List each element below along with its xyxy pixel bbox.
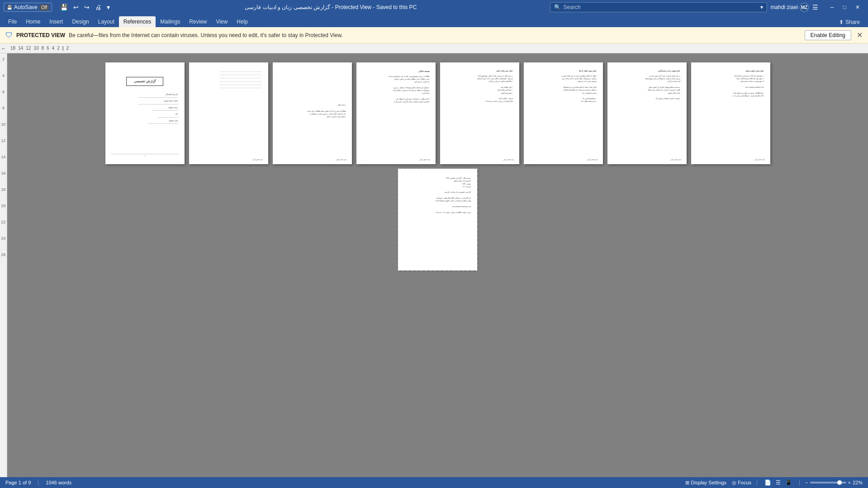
tab-references[interactable]: References bbox=[119, 16, 156, 27]
tab-home[interactable]: Home bbox=[21, 16, 45, 27]
protected-view-close-button[interactable]: ✕ bbox=[857, 31, 863, 39]
document-page-2[interactable]: ........................................… bbox=[189, 62, 268, 164]
document-canvas[interactable]: گزارش تخصصی نام و نام خانوادگی: شماره دا… bbox=[7, 53, 868, 477]
zoom-area: − + 22% bbox=[805, 480, 863, 485]
web-layout-view-button[interactable]: ☰ bbox=[774, 479, 783, 487]
print-icon[interactable]: 🖨 bbox=[93, 3, 103, 12]
ribbon-display-icon[interactable]: ☰ bbox=[812, 4, 818, 11]
page-8-footer: سید جعفر آرانی bbox=[754, 159, 765, 161]
page-1-content: گزارش تخصصی نام و نام خانوادگی: شماره دا… bbox=[105, 62, 185, 164]
document-page-1[interactable]: گزارش تخصصی نام و نام خانوادگی: شماره دا… bbox=[105, 62, 185, 164]
page-row-2: بسمه تعالی - گزارش تخصصی ۱۳۹۹ نام نویسند… bbox=[398, 169, 477, 270]
status-separator-2 bbox=[757, 479, 757, 486]
tab-view[interactable]: View bbox=[212, 16, 232, 27]
zoom-level: 22% bbox=[853, 480, 863, 485]
zoom-in-button[interactable]: + bbox=[848, 480, 851, 485]
protected-view-message: Be careful—files from the Internet can c… bbox=[69, 32, 801, 38]
document-page-6[interactable]: فصل سوم: تحلیل داده‌ها تحلیل داده‌های جم… bbox=[524, 62, 603, 164]
focus-icon: ◎ bbox=[732, 480, 736, 486]
autosave-icon: 💾 bbox=[7, 5, 12, 10]
view-buttons: 📄 ☰ 📱 bbox=[763, 479, 794, 487]
page-2-content: ........................................… bbox=[189, 62, 268, 164]
tab-file[interactable]: File bbox=[4, 16, 21, 27]
user-avatar[interactable]: MZ bbox=[800, 3, 809, 12]
main-area: 2 4 6 8 10 12 14 16 18 20 22 24 26 bbox=[0, 53, 868, 477]
document-page-5[interactable]: فصل دوم: مباحث اصلی در این فصل به بررسی … bbox=[440, 62, 519, 164]
window-controls: ─ □ ✕ bbox=[825, 0, 864, 14]
page-7-footer: سید جعفر آرانی bbox=[670, 159, 681, 161]
document-page-7[interactable]: فصل چهارم: بحث و نتیجه‌گیری در این فصل ن… bbox=[607, 62, 687, 164]
share-button[interactable]: ⬆ Share bbox=[835, 17, 864, 27]
search-input[interactable] bbox=[564, 4, 758, 10]
tab-layout[interactable]: Layout bbox=[94, 16, 119, 27]
zoom-out-button[interactable]: − bbox=[805, 480, 808, 485]
ruler-corner-icon[interactable]: ⌐ bbox=[2, 45, 5, 52]
page-indicator: Page 1 of 9 bbox=[5, 480, 31, 485]
page-1-footer: - ١ - bbox=[111, 155, 179, 157]
share-icon: ⬆ bbox=[839, 19, 844, 25]
undo-icon[interactable]: ↩ bbox=[71, 3, 81, 12]
document-page-8[interactable]: فصل پنجم: منابع و مراجع ۱. منبع اول: نام… bbox=[691, 62, 770, 164]
page-6-footer: سید جعفر آرانی bbox=[587, 159, 598, 161]
tab-insert[interactable]: Insert bbox=[45, 16, 67, 27]
autosave-state: Off bbox=[39, 5, 49, 10]
maximize-button[interactable]: □ bbox=[839, 0, 851, 14]
search-box[interactable]: 🔍 ▾ bbox=[550, 2, 767, 12]
tab-mailings[interactable]: Mailings bbox=[156, 16, 185, 27]
status-separator-3 bbox=[799, 479, 800, 486]
user-name: mahdi ziaei bbox=[771, 4, 798, 10]
display-settings-button[interactable]: ⊞ Display Settings bbox=[685, 480, 726, 486]
horizontal-ruler: ⌐ 18 14 12 10 8 6 4 2 | 2 bbox=[0, 43, 868, 53]
page-5-content: فصل دوم: مباحث اصلی در این فصل به بررسی … bbox=[440, 62, 519, 164]
page-7-content: فصل چهارم: بحث و نتیجه‌گیری در این فصل ن… bbox=[607, 62, 687, 164]
read-mode-view-button[interactable]: 📱 bbox=[783, 479, 794, 487]
shield-icon: 🛡 bbox=[5, 31, 13, 39]
status-bar: Page 1 of 9 1046 words ⊞ Display Setting… bbox=[0, 477, 868, 488]
page-2-footer: سید جعفر آرانی bbox=[252, 159, 263, 161]
status-separator bbox=[38, 479, 38, 486]
page-3-content: بسمه تعالی لطفاً این فرم را با دقت تکمیل… bbox=[273, 62, 352, 164]
search-dropdown-icon[interactable]: ▾ bbox=[760, 4, 763, 10]
tab-design[interactable]: Design bbox=[67, 16, 93, 27]
autosave-toggle[interactable]: 💾 AutoSave Off bbox=[4, 3, 52, 12]
window-title: گزارش تخصصی زبان و ادبیات فارسی - Protec… bbox=[112, 4, 550, 10]
status-bar-right: ⊞ Display Settings ◎ Focus 📄 ☰ 📱 − + 22% bbox=[685, 479, 863, 487]
save-icon[interactable]: 💾 bbox=[58, 3, 70, 12]
redo-icon[interactable]: ↪ bbox=[82, 3, 91, 12]
title-bar-right: 🔍 ▾ mahdi ziaei MZ ☰ ─ □ ✕ bbox=[550, 0, 864, 14]
page-4-content: بسمه تعالی اطلاعات درباره موضوع مورد نظر… bbox=[356, 62, 436, 164]
close-button[interactable]: ✕ bbox=[851, 0, 864, 14]
document-page-4[interactable]: بسمه تعالی اطلاعات درباره موضوع مورد نظر… bbox=[356, 62, 436, 164]
page-3-footer: سید جعفر آرانی bbox=[336, 159, 346, 161]
zoom-thumb[interactable] bbox=[837, 480, 842, 485]
protected-view-bar: 🛡 PROTECTED VIEW Be careful—files from t… bbox=[0, 27, 868, 43]
page-6-content: فصل سوم: تحلیل داده‌ها تحلیل داده‌های جم… bbox=[524, 62, 603, 164]
page-9-content: بسمه تعالی - گزارش تخصصی ۱۳۹۹ نام نویسند… bbox=[398, 169, 477, 270]
title-bar-left: 💾 AutoSave Off 💾 ↩ ↪ 🖨 ▾ bbox=[4, 3, 112, 12]
page-row-1: گزارش تخصصی نام و نام خانوادگی: شماره دا… bbox=[105, 62, 770, 164]
enable-editing-button[interactable]: Enable Editing bbox=[805, 30, 851, 40]
user-info: mahdi ziaei MZ bbox=[771, 3, 809, 12]
minimize-button[interactable]: ─ bbox=[825, 0, 839, 14]
autosave-label: AutoSave bbox=[14, 4, 38, 10]
vertical-ruler: 2 4 6 8 10 12 14 16 18 20 22 24 26 bbox=[0, 53, 7, 477]
zoom-slider[interactable] bbox=[810, 482, 846, 483]
document-page-3[interactable]: بسمه تعالی لطفاً این فرم را با دقت تکمیل… bbox=[273, 62, 352, 164]
print-layout-view-button[interactable]: 📄 bbox=[763, 479, 773, 487]
word-count: 1046 words bbox=[46, 480, 71, 485]
page-8-content: فصل پنجم: منابع و مراجع ۱. منبع اول: نام… bbox=[691, 62, 770, 164]
customize-icon[interactable]: ▾ bbox=[105, 3, 112, 12]
page-5-footer: سید جعفر آرانی bbox=[503, 159, 514, 161]
ruler-numbers: 18 14 12 10 8 6 4 2 | 2 bbox=[10, 46, 69, 51]
tab-help[interactable]: Help bbox=[232, 16, 252, 27]
search-icon: 🔍 bbox=[554, 4, 561, 10]
title-bar: 💾 AutoSave Off 💾 ↩ ↪ 🖨 ▾ گزارش تخصصی زبا… bbox=[0, 0, 868, 14]
display-settings-icon: ⊞ bbox=[685, 480, 689, 486]
ribbon-tabs: File Home Insert Design Layout Reference… bbox=[0, 14, 868, 27]
focus-button[interactable]: ◎ Focus bbox=[732, 480, 751, 486]
page-4-footer: سید جعفر آرانی bbox=[419, 159, 430, 161]
document-page-9[interactable]: بسمه تعالی - گزارش تخصصی ۱۳۹۹ نام نویسند… bbox=[398, 169, 477, 270]
cover-title-box: گزارش تخصصی bbox=[126, 77, 163, 86]
status-bar-left: Page 1 of 9 1046 words bbox=[5, 479, 71, 486]
tab-review[interactable]: Review bbox=[185, 16, 211, 27]
